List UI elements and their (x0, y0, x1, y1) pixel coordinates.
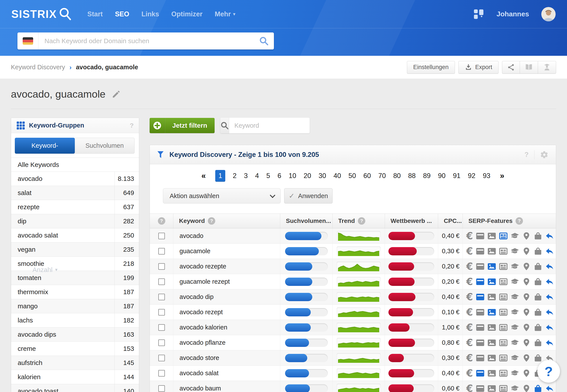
euro-icon[interactable]: € (466, 293, 473, 301)
knowledge-icon[interactable] (510, 277, 519, 286)
local-icon[interactable] (522, 308, 531, 317)
local-icon[interactable] (522, 247, 531, 256)
sidebar-group-row[interactable]: salat649 (11, 186, 139, 200)
username[interactable]: Johannes (496, 10, 529, 18)
tutorial-button[interactable] (538, 61, 556, 74)
pagination-page-5[interactable]: 5 (266, 172, 270, 180)
image-icon[interactable] (487, 369, 496, 378)
related-icon[interactable] (545, 262, 554, 271)
handbook-button[interactable] (520, 61, 538, 74)
local-icon[interactable] (522, 369, 531, 378)
pagination-page-20[interactable]: 20 (304, 172, 311, 180)
row-checkbox[interactable] (158, 248, 165, 254)
tab-keyword-anzahl[interactable]: Keyword- (15, 138, 75, 154)
local-icon[interactable] (522, 338, 531, 347)
tab-suchvolumen[interactable]: Suchvolumen (75, 138, 134, 154)
euro-icon[interactable]: € (466, 354, 473, 362)
image-icon[interactable] (487, 247, 496, 256)
dashboard-grid-icon[interactable] (473, 9, 484, 20)
snippet-icon[interactable] (476, 323, 485, 332)
knowledge-icon[interactable] (510, 262, 519, 271)
sidebar-group-row[interactable]: kalorien144 (11, 370, 139, 384)
help-icon[interactable]: ? (158, 217, 165, 225)
sidebar-group-row[interactable]: creme153 (11, 342, 139, 356)
news-icon[interactable] (499, 262, 508, 271)
nav-item-links[interactable]: Links (142, 10, 159, 18)
row-checkbox[interactable] (158, 279, 165, 285)
snippet-icon[interactable] (476, 354, 485, 362)
image-icon[interactable] (487, 354, 496, 362)
news-icon[interactable] (499, 277, 508, 286)
domain-search-input[interactable] (38, 37, 254, 45)
snippet-icon[interactable] (476, 277, 485, 286)
local-icon[interactable] (522, 384, 531, 392)
shopping-icon[interactable] (534, 354, 542, 362)
pagination-page-60[interactable]: 60 (363, 172, 371, 180)
help-icon[interactable]: ? (516, 217, 523, 225)
euro-icon[interactable]: € (466, 338, 473, 347)
pagination-page-93[interactable]: 93 (483, 172, 490, 180)
euro-icon[interactable]: € (466, 384, 473, 392)
knowledge-icon[interactable] (510, 323, 519, 332)
search-submit-button[interactable] (254, 32, 274, 49)
pagination-page-90[interactable]: 90 (438, 172, 446, 180)
pagination-page-89[interactable]: 89 (423, 172, 431, 180)
euro-icon[interactable]: € (466, 308, 473, 317)
snippet-icon[interactable] (476, 384, 485, 392)
keyword-filter-input[interactable] (229, 118, 310, 133)
related-icon[interactable] (545, 323, 554, 332)
pagination-page-6[interactable]: 6 (277, 172, 281, 180)
sidebar-group-row[interactable]: dip282 (11, 214, 139, 228)
news-icon[interactable] (499, 323, 508, 332)
nav-item-optimizer[interactable]: Optimizer (171, 10, 203, 18)
pagination-page-50[interactable]: 50 (349, 172, 356, 180)
pagination-page-1[interactable]: 1 (215, 170, 225, 182)
image-icon[interactable] (487, 293, 496, 301)
pagination-page-92[interactable]: 92 (468, 172, 475, 180)
help-icon[interactable]: ? (524, 151, 529, 159)
sidebar-group-row[interactable]: avocado toast140 (11, 384, 139, 392)
gear-icon[interactable] (540, 151, 549, 159)
share-button[interactable] (502, 61, 520, 74)
sidebar-group-row[interactable]: avocado salat250 (11, 228, 139, 242)
sidebar-group-row[interactable]: tomaten199 (11, 271, 139, 285)
row-checkbox[interactable] (158, 324, 165, 331)
image-icon[interactable] (487, 277, 496, 286)
help-bubble-button[interactable]: ? (537, 360, 560, 383)
sidebar-group-row[interactable]: smoothie218 (11, 257, 139, 271)
shopping-icon[interactable] (534, 338, 542, 347)
sidebar-group-row[interactable]: thermomix187 (11, 285, 139, 299)
news-icon[interactable] (499, 247, 508, 256)
local-icon[interactable] (522, 293, 531, 301)
row-checkbox[interactable] (158, 233, 165, 239)
snippet-icon[interactable] (476, 247, 485, 256)
image-icon[interactable] (487, 262, 496, 271)
pagination-prev[interactable]: « (201, 171, 206, 181)
nav-item-start[interactable]: Start (87, 10, 103, 18)
sidebar-group-row[interactable]: rezepte637 (11, 200, 139, 214)
country-selector[interactable] (17, 32, 38, 49)
sidebar-group-row[interactable]: aufstrich145 (11, 356, 139, 370)
snippet-icon[interactable] (476, 338, 485, 347)
shopping-icon[interactable] (534, 262, 542, 271)
pagination-page-88[interactable]: 88 (408, 172, 416, 180)
shopping-icon[interactable] (534, 323, 542, 332)
pagination-page-4[interactable]: 4 (255, 172, 259, 180)
nav-item-seo[interactable]: SEO (115, 10, 129, 18)
settings-button[interactable]: Einstellungen (407, 61, 455, 74)
knowledge-icon[interactable] (510, 247, 519, 256)
shopping-icon[interactable] (534, 247, 542, 256)
pagination-page-91[interactable]: 91 (453, 172, 460, 180)
snippet-icon[interactable] (476, 293, 485, 301)
row-checkbox[interactable] (158, 339, 165, 346)
pagination-page-30[interactable]: 30 (319, 172, 326, 180)
row-checkbox[interactable] (158, 385, 165, 392)
image-icon[interactable] (487, 232, 496, 240)
help-icon[interactable]: ? (208, 217, 215, 225)
news-icon[interactable] (499, 308, 508, 317)
news-icon[interactable] (499, 369, 508, 378)
knowledge-icon[interactable] (510, 354, 519, 362)
news-icon[interactable] (499, 354, 508, 362)
knowledge-icon[interactable] (510, 384, 519, 392)
shopping-icon[interactable] (534, 308, 542, 317)
